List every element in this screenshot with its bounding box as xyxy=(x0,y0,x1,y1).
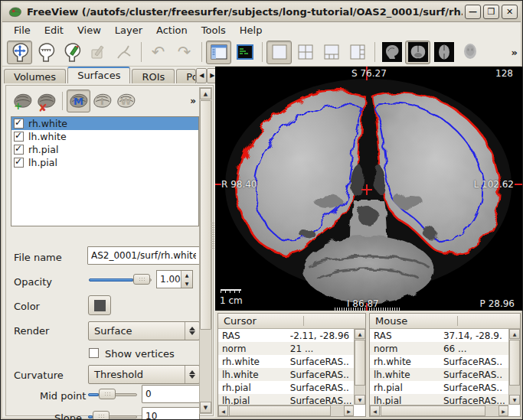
scroll-up-arrow[interactable]: ▲ xyxy=(355,329,365,339)
menu-help[interactable]: Help xyxy=(233,23,270,37)
table-row[interactable]: lh.whiteSurfaceRAS.. xyxy=(218,368,354,381)
column-divider[interactable] xyxy=(457,316,458,326)
view-3d-button[interactable] xyxy=(457,41,482,64)
layout-1x1-button[interactable] xyxy=(266,41,292,64)
roi-edit-tool-button[interactable] xyxy=(85,41,110,64)
layout-1and3-button[interactable] xyxy=(319,41,344,64)
table-vertical-scrollbar[interactable]: ▲ ▼ xyxy=(354,329,365,405)
panel-scrollbar[interactable]: ▲ ▼ xyxy=(199,87,212,414)
visibility-checkbox[interactable] xyxy=(14,158,24,168)
table-row[interactable]: RAS37.14, -28.9. xyxy=(370,329,508,342)
visibility-checkbox[interactable] xyxy=(14,132,24,142)
tab-scroll-left-button[interactable]: ◀ xyxy=(196,68,207,83)
table-row[interactable]: rh.whiteSurfaceRAS.. xyxy=(218,355,354,368)
view-axial-button[interactable] xyxy=(431,41,456,64)
tab-surfaces[interactable]: Surfaces xyxy=(67,67,130,83)
maximize-button[interactable]: ❒ xyxy=(483,5,499,19)
scrollbar-thumb[interactable] xyxy=(229,405,331,416)
scroll-down-arrow[interactable]: ▼ xyxy=(200,402,211,413)
opacity-slider-handle[interactable] xyxy=(133,274,150,285)
tab-volumes[interactable]: Volumes xyxy=(4,69,66,83)
column-divider[interactable] xyxy=(303,316,304,326)
scrollbar-thumb[interactable] xyxy=(381,405,485,416)
show-white-surface-button[interactable]: W xyxy=(114,90,138,112)
color-picker-button[interactable] xyxy=(88,295,111,315)
opacity-spinbox[interactable]: 1.00 ▲▼ xyxy=(156,270,193,288)
list-item-lh-white[interactable]: lh.white xyxy=(11,130,198,143)
scroll-down-arrow[interactable]: ▼ xyxy=(355,395,365,405)
scroll-right-arrow[interactable]: ▶ xyxy=(344,405,354,416)
surface-toolbar-overflow-icon[interactable]: » xyxy=(190,96,196,106)
curvature-combobox[interactable]: Threshold xyxy=(88,365,200,384)
menu-layer[interactable]: Layer xyxy=(108,23,149,37)
command-console-button[interactable] xyxy=(232,41,257,64)
table-row[interactable]: norm66 ... xyxy=(370,342,508,355)
mid-point-slider-handle[interactable] xyxy=(99,389,116,399)
list-item-lh-pial[interactable]: lh.pial xyxy=(11,156,198,169)
scrollbar-thumb[interactable] xyxy=(509,340,520,386)
title-bar[interactable]: FreeView (/autofs/cluster/freesurfer/sub… xyxy=(2,2,521,22)
list-item-rh-white[interactable]: rh.white xyxy=(11,117,198,130)
scrollbar-thumb[interactable] xyxy=(355,340,365,386)
table-horizontal-scrollbar[interactable]: ◀ ▶ xyxy=(370,405,508,416)
visibility-checkbox[interactable] xyxy=(14,145,24,155)
table-row[interactable]: norm21 ... xyxy=(218,342,354,355)
spinbox-arrows[interactable]: ▲▼ xyxy=(181,271,192,288)
table-row[interactable]: RAS-2.11, -28.96 xyxy=(218,329,354,342)
render-combobox[interactable]: Surface xyxy=(88,321,200,340)
menu-file[interactable]: File xyxy=(7,23,38,37)
menu-edit[interactable]: Edit xyxy=(38,23,70,37)
show-vertices-checkbox[interactable] xyxy=(89,348,99,358)
tab-point-sets[interactable]: Poin xyxy=(176,69,196,83)
load-surface-button[interactable]: ＋ xyxy=(11,90,34,112)
undo-button[interactable]: ↶ xyxy=(145,41,171,64)
visibility-checkbox[interactable] xyxy=(14,119,24,129)
menu-tools[interactable]: Tools xyxy=(194,23,233,37)
layout-1and3-horizontal-button[interactable] xyxy=(345,41,370,64)
table-vertical-scrollbar[interactable]: ▲ ▼ xyxy=(508,329,520,405)
mid-point-input[interactable] xyxy=(142,385,200,403)
slope-input[interactable] xyxy=(142,407,200,420)
panel-splitter[interactable] xyxy=(211,223,214,249)
toggle-control-panel-button[interactable] xyxy=(206,41,231,64)
unload-surface-button[interactable]: ✘ xyxy=(34,90,58,112)
show-vertices-label: Show vertices xyxy=(105,348,175,360)
menu-action[interactable]: Action xyxy=(149,23,194,37)
scrollbar-thumb[interactable] xyxy=(200,100,211,330)
tab-rois[interactable]: ROIs xyxy=(132,69,175,83)
minimize-button[interactable]: — xyxy=(465,5,481,19)
view-coronal-button[interactable] xyxy=(405,41,430,64)
redo-button[interactable]: ↷ xyxy=(172,41,197,64)
table-row[interactable]: lh.pialSurfaceRAS... xyxy=(218,394,354,405)
table-horizontal-scrollbar[interactable]: ◀ ▶ xyxy=(218,405,354,416)
scroll-left-arrow[interactable]: ◀ xyxy=(218,405,228,416)
scroll-left-arrow[interactable]: ◀ xyxy=(370,405,380,416)
coronal-view[interactable]: S 76.27 128 R 98.40 L 102.62 1 cm I 86.8… xyxy=(215,67,522,311)
table-row[interactable]: rh.pialSurfaceRAS.. xyxy=(218,381,354,394)
table-row[interactable]: lh.whiteSurfaceRAS.. xyxy=(370,368,508,381)
table-row[interactable]: lh.pialSurfaceRAS... xyxy=(370,394,508,405)
view-sagittal-button[interactable] xyxy=(379,41,404,64)
mid-point-slider[interactable] xyxy=(88,388,137,400)
slope-slider-handle[interactable] xyxy=(93,411,110,420)
voxel-edit-tool-button[interactable] xyxy=(59,41,84,64)
pointset-edit-tool-button[interactable] xyxy=(111,41,136,64)
show-inflated-surface-button[interactable]: I xyxy=(90,90,114,112)
toolbar-overflow-icon[interactable]: » xyxy=(512,47,518,58)
scroll-down-arrow[interactable]: ▼ xyxy=(509,395,520,405)
slope-slider[interactable] xyxy=(88,410,137,420)
scroll-up-arrow[interactable]: ▲ xyxy=(200,88,211,99)
table-row[interactable]: rh.whiteSurfaceRAS.. xyxy=(370,355,508,368)
show-main-surface-button[interactable]: M xyxy=(67,90,90,112)
close-button[interactable]: ✕ xyxy=(502,5,518,19)
menu-view[interactable]: View xyxy=(70,23,108,37)
opacity-slider[interactable] xyxy=(89,273,152,285)
table-row[interactable]: rh.pialSurfaceRAS.. xyxy=(370,381,508,394)
measure-tool-button[interactable] xyxy=(33,41,58,64)
scroll-right-arrow[interactable]: ▶ xyxy=(498,405,508,416)
navigate-tool-button[interactable] xyxy=(7,41,32,64)
layout-2x2-button[interactable] xyxy=(293,41,318,64)
list-item-rh-pial[interactable]: rh.pial xyxy=(11,143,198,156)
file-name-input[interactable] xyxy=(87,246,200,265)
scroll-up-arrow[interactable]: ▲ xyxy=(509,329,520,339)
